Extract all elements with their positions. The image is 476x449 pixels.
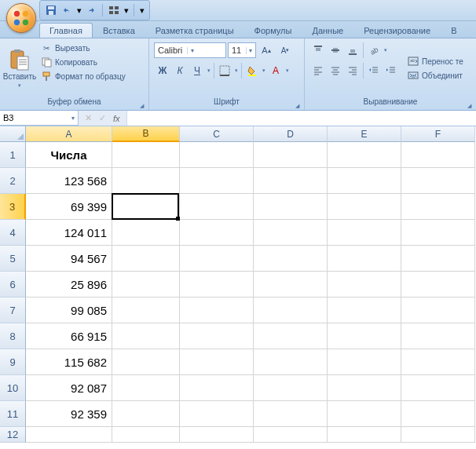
font-size-select[interactable]: 11 ▾ (228, 42, 256, 58)
cell-A5[interactable]: 94 567 (26, 246, 112, 272)
cell-B12[interactable] (112, 427, 180, 443)
merge-button[interactable]: a Объединит (408, 70, 463, 82)
italic-button[interactable]: К (171, 62, 189, 79)
cell-E2[interactable] (328, 168, 401, 194)
cell-E11[interactable] (328, 401, 401, 427)
cell-F11[interactable] (401, 401, 475, 427)
cell-C9[interactable] (180, 349, 254, 375)
shrink-font-button[interactable]: A▾ (276, 42, 294, 59)
cell-B4[interactable] (112, 220, 180, 246)
cell-B1[interactable] (112, 142, 180, 168)
cell-C8[interactable] (180, 323, 254, 349)
row-header-8[interactable]: 8 (0, 323, 26, 349)
cell-C6[interactable] (180, 272, 254, 298)
decrease-indent-button[interactable] (365, 62, 383, 79)
cell-F4[interactable] (401, 220, 475, 246)
cell-F2[interactable] (401, 168, 475, 194)
chevron-down-icon[interactable]: ▾ (71, 115, 75, 122)
align-middle-button[interactable] (327, 42, 344, 59)
undo-icon[interactable] (60, 4, 73, 16)
tab-home[interactable]: Главная (39, 23, 93, 38)
cell-D9[interactable] (254, 349, 328, 375)
cell-C11[interactable] (180, 401, 254, 427)
align-right-button[interactable] (344, 62, 361, 79)
cell-D3[interactable] (254, 194, 328, 220)
tab-formulas[interactable]: Формулы (244, 23, 302, 38)
col-header-F[interactable]: F (401, 126, 475, 142)
office-button[interactable] (6, 3, 36, 33)
col-header-E[interactable]: E (328, 126, 401, 142)
fill-color-button[interactable] (243, 62, 261, 79)
cell-A10[interactable]: 92 087 (26, 375, 112, 401)
cell-F7[interactable] (401, 298, 475, 323)
cell-A1[interactable]: Числа (26, 142, 112, 168)
chevron-down-icon[interactable]: ▾ (261, 62, 267, 79)
select-all-corner[interactable] (0, 126, 26, 142)
chevron-down-icon[interactable]: ▾ (383, 42, 389, 59)
chevron-down-icon[interactable]: ▾ (206, 68, 212, 74)
cell-C12[interactable] (180, 427, 254, 443)
row-header-1[interactable]: 1 (0, 142, 26, 168)
save-icon[interactable] (45, 4, 57, 16)
cell-F3[interactable] (401, 194, 475, 220)
cell-D6[interactable] (254, 272, 328, 298)
cell-B5[interactable] (112, 246, 180, 272)
cell-B9[interactable] (112, 349, 180, 375)
row-header-5[interactable]: 5 (0, 246, 26, 272)
cell-E9[interactable] (328, 349, 401, 375)
row-header-10[interactable]: 10 (0, 375, 26, 401)
cell-A6[interactable]: 25 896 (26, 272, 112, 298)
cell-A11[interactable]: 92 359 (26, 401, 112, 427)
cell-E4[interactable] (328, 220, 401, 246)
fx-icon[interactable]: fx (110, 114, 123, 123)
cell-D8[interactable] (254, 323, 328, 349)
format-painter-button[interactable]: Формат по образцу (39, 70, 127, 82)
cell-E6[interactable] (328, 272, 401, 298)
grid[interactable]: A B C D E F 1Числа 2123 568 369 399 4124… (0, 126, 476, 443)
row-header-4[interactable]: 4 (0, 220, 26, 246)
row-header-2[interactable]: 2 (0, 168, 26, 194)
cell-D4[interactable] (254, 220, 328, 246)
cell-A2[interactable]: 123 568 (26, 168, 112, 194)
cell-E8[interactable] (328, 323, 401, 349)
chevron-down-icon[interactable]: ▾ (284, 62, 291, 79)
chevron-down-icon[interactable]: ▾ (233, 62, 240, 79)
cell-C2[interactable] (180, 168, 254, 194)
cell-E3[interactable] (328, 194, 401, 220)
col-header-D[interactable]: D (254, 126, 328, 142)
cell-C4[interactable] (180, 220, 254, 246)
qat-extra-dropdown-icon[interactable]: ▾ (123, 4, 129, 16)
bold-button[interactable]: Ж (154, 62, 171, 79)
tab-insert[interactable]: Вставка (93, 23, 145, 38)
cell-B2[interactable] (112, 168, 180, 194)
font-color-button[interactable]: A (267, 62, 284, 79)
qat-extra-icon[interactable] (108, 4, 120, 16)
tab-data[interactable]: Данные (302, 23, 353, 38)
cell-D10[interactable] (254, 375, 328, 401)
cell-D2[interactable] (254, 168, 328, 194)
cell-E10[interactable] (328, 375, 401, 401)
cell-E12[interactable] (328, 427, 401, 443)
cell-D11[interactable] (254, 401, 328, 427)
align-top-button[interactable] (309, 42, 327, 59)
wrap-text-button[interactable]: ab Перенос те (408, 56, 463, 68)
tab-view[interactable]: В (441, 23, 467, 38)
formula-input[interactable] (127, 111, 476, 126)
border-button[interactable] (216, 62, 233, 79)
tab-page-layout[interactable]: Разметка страницы (145, 23, 244, 38)
cell-D5[interactable] (254, 246, 328, 272)
row-header-11[interactable]: 11 (0, 401, 26, 427)
cell-A9[interactable]: 115 682 (26, 349, 112, 375)
cell-A4[interactable]: 124 011 (26, 220, 112, 246)
grow-font-button[interactable]: A▴ (258, 42, 275, 59)
cell-B10[interactable] (112, 375, 180, 401)
cell-E1[interactable] (328, 142, 401, 168)
align-bottom-button[interactable] (344, 42, 361, 59)
cell-E7[interactable] (328, 298, 401, 323)
cell-A7[interactable]: 99 085 (26, 298, 112, 323)
cell-F9[interactable] (401, 349, 475, 375)
cell-A8[interactable]: 66 915 (26, 323, 112, 349)
cell-C5[interactable] (180, 246, 254, 272)
row-header-7[interactable]: 7 (0, 298, 26, 323)
align-center-button[interactable] (327, 62, 344, 79)
